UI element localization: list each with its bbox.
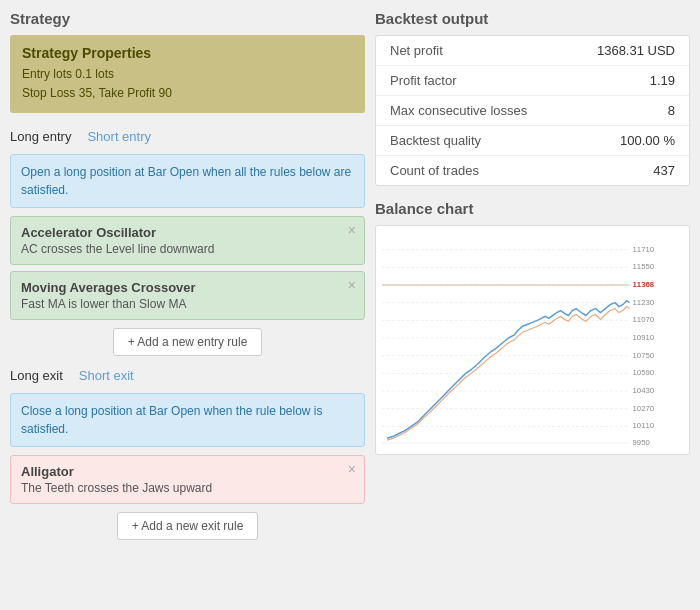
backtest-value: 100.00 % [620,133,675,148]
backtest-label: Net profit [390,43,443,58]
backtest-value: 437 [653,163,675,178]
svg-text:10110: 10110 [633,421,655,430]
right-panel: Backtest output Net profit1368.31 USDPro… [375,10,690,600]
strategy-title: Strategy [10,10,365,27]
left-panel: Strategy Strategy Properties Entry lots … [10,10,365,600]
entry-rule-2-close[interactable]: × [348,278,356,292]
tab-long-exit[interactable]: Long exit [10,366,63,385]
backtest-value: 1.19 [650,73,675,88]
balance-chart-title: Balance chart [375,200,690,217]
backtest-title: Backtest output [375,10,690,27]
backtest-label: Max consecutive losses [390,103,527,118]
svg-text:11368: 11368 [633,280,655,289]
backtest-label: Profit factor [390,73,456,88]
backtest-row: Net profit1368.31 USD [376,36,689,66]
svg-text:10430: 10430 [633,386,655,395]
backtest-row: Max consecutive losses8 [376,96,689,126]
exit-rule-1-close[interactable]: × [348,462,356,476]
strategy-properties-line2: Stop Loss 35, Take Profit 90 [22,84,353,103]
svg-text:11230: 11230 [633,298,655,307]
backtest-value: 1368.31 USD [597,43,675,58]
backtest-value: 8 [668,103,675,118]
entry-tab-group: Long entry Short entry [10,127,365,146]
tab-short-exit[interactable]: Short exit [79,366,134,385]
svg-text:11710: 11710 [633,245,655,254]
exit-rule-1-title: Alligator [21,464,354,479]
entry-rule-2-desc: Fast MA is lower than Slow MA [21,297,354,311]
strategy-properties-title: Strategy Properties [22,45,353,61]
backtest-label: Backtest quality [390,133,481,148]
svg-text:10910: 10910 [633,333,655,342]
chart-svg: 11710 11550 11368 11230 11070 10910 1075… [382,232,683,448]
add-entry-rule-button[interactable]: + Add a new entry rule [113,328,263,356]
svg-text:10750: 10750 [633,351,655,360]
backtest-row: Count of trades437 [376,156,689,185]
backtest-row: Profit factor1.19 [376,66,689,96]
strategy-properties-line1: Entry lots 0.1 lots [22,65,353,84]
tab-short-entry[interactable]: Short entry [87,127,151,146]
entry-rule-1-title: Accelerator Oscillator [21,225,354,240]
svg-text:11070: 11070 [633,315,655,324]
entry-rule-2: Moving Averages Crossover Fast MA is low… [10,271,365,320]
exit-rule-1: Alligator The Teeth crosses the Jaws upw… [10,455,365,504]
svg-text:10270: 10270 [633,404,655,413]
chart-area: 11710 11550 11368 11230 11070 10910 1075… [382,232,683,448]
svg-text:11550: 11550 [633,262,655,271]
add-exit-rule-button[interactable]: + Add a new exit rule [117,512,259,540]
exit-rule-1-desc: The Teeth crosses the Jaws upward [21,481,354,495]
svg-text:10590: 10590 [633,368,655,377]
svg-text:9950: 9950 [633,438,651,447]
entry-rule-1-desc: AC crosses the Level line downward [21,242,354,256]
exit-tab-group: Long exit Short exit [10,366,365,385]
entry-info-box: Open a long position at Bar Open when al… [10,154,365,208]
entry-rule-2-title: Moving Averages Crossover [21,280,354,295]
balance-chart: 11710 11550 11368 11230 11070 10910 1075… [375,225,690,455]
backtest-row: Backtest quality100.00 % [376,126,689,156]
backtest-label: Count of trades [390,163,479,178]
strategy-properties-card: Strategy Properties Entry lots 0.1 lots … [10,35,365,113]
exit-info-box: Close a long position at Bar Open when t… [10,393,365,447]
backtest-output-box: Net profit1368.31 USDProfit factor1.19Ma… [375,35,690,186]
entry-rule-1-close[interactable]: × [348,223,356,237]
exit-section-divider: Long exit Short exit [10,366,365,385]
tab-long-entry[interactable]: Long entry [10,127,71,146]
entry-rule-1: Accelerator Oscillator AC crosses the Le… [10,216,365,265]
